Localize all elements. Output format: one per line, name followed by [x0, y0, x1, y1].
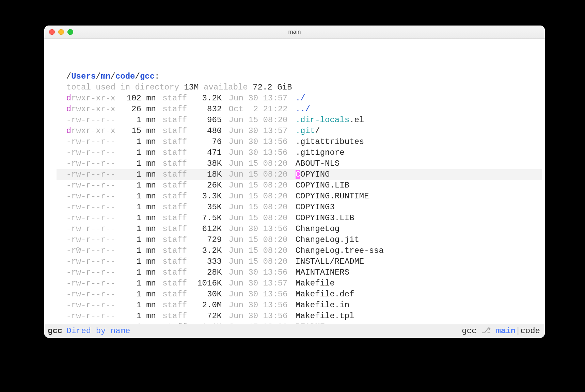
mtime: Jun 15 08:20: [222, 180, 290, 191]
path-segment[interactable]: mn: [101, 72, 111, 81]
owner: mn: [146, 169, 162, 180]
summary-available: 72.2 GiB: [253, 83, 292, 92]
mtime: Jun 30 13:57: [222, 93, 290, 104]
file-name[interactable]: .git: [296, 126, 315, 135]
file-name[interactable]: ABOUT-NLS: [296, 159, 340, 168]
modeline-vc-project: gcc: [462, 324, 476, 338]
dired-buffer[interactable]: ? /Users/mn/code/gcc: total used in dire…: [44, 38, 545, 324]
size: 18K: [193, 169, 222, 180]
mtime: Jun 30 13:56: [222, 300, 290, 311]
link-count: 1: [121, 311, 141, 322]
mtime: Jun 30 13:56: [222, 311, 290, 322]
dired-entry[interactable]: -rw-r--r--1 mnstaff28K Jun 30 13:56 MAIN…: [57, 267, 542, 278]
dired-listing[interactable]: /Users/mn/code/gcc: total used in direct…: [57, 38, 542, 324]
file-name[interactable]: COPYING3: [296, 202, 335, 212]
size: 28K: [193, 267, 222, 278]
size: 1016K: [193, 278, 222, 289]
modeline[interactable]: gcc Dired by name gcc ⎇ main | code: [44, 324, 545, 338]
link-count: 1: [121, 213, 141, 224]
file-name-suffix: .el: [349, 115, 364, 125]
owner: mn: [146, 256, 162, 267]
file-name[interactable]: ChangeLog.tree-ssa: [296, 246, 384, 255]
dired-entry[interactable]: -rw-r--r--1 mnstaff333 Jun 15 08:20 INST…: [57, 256, 542, 267]
file-name[interactable]: .gitignore: [296, 148, 345, 157]
size: 3.2K: [193, 245, 222, 256]
dired-entry[interactable]: -rw-r--r--1 mnstaff2.0M Jun 30 13:56 Mak…: [57, 300, 542, 311]
dired-entry[interactable]: -rw-r--r--1 mnstaff76 Jun 30 13:56 .gita…: [57, 136, 542, 147]
dired-entry[interactable]: -rw-r--r--1 mnstaff471 Jun 30 13:56 .git…: [57, 147, 542, 158]
modeline-major-mode[interactable]: Dired by name: [66, 324, 130, 338]
dired-entry[interactable]: -rw-r--r--1 mnstaff18K Jun 15 08:20 COPY…: [57, 169, 542, 180]
permissions: -rw-r--r--: [66, 267, 121, 278]
dired-entry[interactable]: -rw-r--r--1 mnstaff72K Jun 30 13:56 Make…: [57, 311, 542, 322]
permissions: -rw-r--r--: [66, 158, 121, 169]
permissions: -rw-r--r--: [66, 278, 121, 289]
dired-entry[interactable]: -rw-r--r--1 mnstaff38K Jun 15 08:20 ABOU…: [57, 158, 542, 169]
link-count: 1: [121, 115, 141, 126]
owner: mn: [146, 234, 162, 245]
file-name[interactable]: .gitattributes: [296, 137, 364, 146]
file-name[interactable]: ChangeLog: [296, 224, 340, 233]
zoom-icon[interactable]: [67, 29, 73, 35]
minimize-icon[interactable]: [58, 29, 64, 35]
file-name[interactable]: ../: [296, 104, 310, 114]
modeline-branch[interactable]: main: [496, 324, 516, 338]
path-segment[interactable]: code: [115, 72, 135, 81]
titlebar[interactable]: main: [44, 26, 545, 39]
permissions: -rw-r--r--: [66, 180, 121, 191]
link-count: 1: [121, 180, 141, 191]
file-name[interactable]: MAINTAINERS: [296, 268, 349, 277]
point-cursor: C: [296, 170, 300, 179]
size: 2.0M: [193, 300, 222, 311]
dired-path-header[interactable]: /Users/mn/code/gcc:: [57, 71, 542, 82]
file-name[interactable]: Makefile.tpl: [296, 311, 354, 321]
modeline-right: gcc ⎇ main | code: [462, 324, 540, 338]
permissions: -rw-r--r--: [66, 234, 121, 245]
mtime: Jun 15 08:20: [222, 245, 290, 256]
link-count: 1: [121, 267, 141, 278]
close-icon[interactable]: [49, 29, 55, 35]
modeline-buffer-name[interactable]: gcc: [48, 324, 62, 338]
owner: mn: [146, 311, 162, 322]
file-name[interactable]: .dir-locals: [296, 115, 349, 125]
file-name[interactable]: ChangeLog.jit: [296, 235, 359, 244]
path-trailing: :: [155, 72, 159, 81]
dired-entry[interactable]: -rw-r--r--1 mnstaff1016K Jun 30 13:57 Ma…: [57, 278, 542, 289]
dired-entry[interactable]: -rw-r--r--1 mnstaff3.3K Jun 15 08:20 COP…: [57, 191, 542, 202]
file-name[interactable]: COPYING3.LIB: [296, 213, 354, 223]
size: 72K: [193, 311, 222, 322]
path-segment[interactable]: gcc: [140, 72, 155, 81]
dired-entry[interactable]: -rw-r--r--1 mnstaff7.5K Jun 15 08:20 COP…: [57, 213, 542, 224]
dired-entry[interactable]: -rw-r--r--1 mnstaff26K Jun 15 08:20 COPY…: [57, 180, 542, 191]
permissions: -rw-r--r--: [66, 213, 121, 224]
file-name[interactable]: Makefile.def: [296, 290, 354, 299]
file-name-suffix: /: [315, 126, 320, 135]
modeline-separator: |: [516, 324, 520, 338]
file-name[interactable]: ./: [296, 94, 305, 103]
modeline-left: gcc Dired by name: [48, 324, 130, 338]
path-segment[interactable]: Users: [71, 72, 96, 81]
dired-entry[interactable]: -rw-r--r--1 mnstaff30K Jun 30 13:56 Make…: [57, 289, 542, 300]
group: staff: [162, 126, 193, 136]
owner: mn: [146, 267, 162, 278]
file-name[interactable]: Makefile: [296, 279, 335, 288]
permissions: -rw-r--r--: [66, 289, 121, 300]
link-count: 1: [121, 202, 141, 213]
dired-entry[interactable]: drwxr-xr-x102 mnstaff3.2K Jun 30 13:57 .…: [57, 93, 542, 104]
mtime: Jun 30 13:57: [222, 126, 290, 136]
permissions: -rw-r--r--: [66, 191, 121, 202]
dired-entry[interactable]: -rw-r--r--1 mnstaff35K Jun 15 08:20 COPY…: [57, 202, 542, 213]
dired-entry[interactable]: -rw-r--r--1 mnstaff729 Jun 15 08:20 Chan…: [57, 234, 542, 245]
dired-entry[interactable]: drwxr-xr-x26 mnstaff832 Oct 2 21:22 ../: [57, 104, 542, 115]
file-name[interactable]: OPYING: [300, 170, 330, 179]
file-name[interactable]: INSTALL/README: [296, 257, 364, 266]
size: 729: [193, 234, 222, 245]
file-name[interactable]: COPYING.RUNTIME: [296, 192, 369, 201]
dired-entry[interactable]: -rw-r--r--1 mnstaff612K Jun 30 13:56 Cha…: [57, 224, 542, 234]
file-name[interactable]: Makefile.in: [296, 300, 349, 310]
owner: mn: [146, 213, 162, 224]
dired-entry[interactable]: -rw-r--r--1 mnstaff965 Jun 15 08:20 .dir…: [57, 115, 542, 126]
file-name[interactable]: COPYING.LIB: [296, 181, 349, 190]
dired-entry[interactable]: -rw-r--r--1 mnstaff3.2K Jun 15 08:20 Cha…: [57, 245, 542, 256]
dired-entry[interactable]: drwxr-xr-x15 mnstaff480 Jun 30 13:57 .gi…: [57, 126, 542, 136]
